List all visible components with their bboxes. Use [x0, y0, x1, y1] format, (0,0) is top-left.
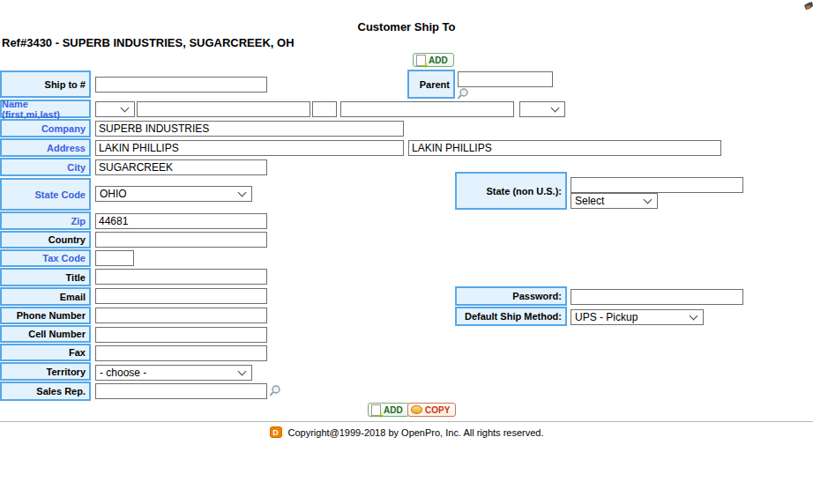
label-sales-rep: Sales Rep.	[0, 382, 91, 401]
address2-input[interactable]	[408, 140, 721, 156]
add-button-top[interactable]: ADD	[413, 53, 454, 67]
name-first-input[interactable]	[137, 101, 310, 117]
country-input[interactable]	[95, 232, 267, 248]
default-ship-method-value: UPS - Pickup	[575, 311, 638, 323]
chevron-down-icon	[238, 367, 247, 376]
phone-number-input[interactable]	[95, 308, 267, 323]
zip-input[interactable]	[95, 213, 267, 229]
email-input[interactable]	[95, 288, 267, 304]
title-input[interactable]	[95, 269, 267, 285]
label-zip: Zip	[0, 211, 91, 230]
territory-select[interactable]: - choose -	[95, 365, 252, 381]
ref-line: Ref#3430 - SUPERB INDUSTRIES, SUGARCREEK…	[2, 36, 295, 49]
fax-input[interactable]	[95, 345, 267, 361]
name-mi-input[interactable]	[312, 101, 337, 117]
label-country: Country	[0, 231, 91, 248]
sales-rep-input[interactable]	[95, 383, 267, 399]
label-cell-number: Cell Number	[0, 325, 91, 343]
coin-icon	[411, 405, 422, 414]
company-input[interactable]	[95, 121, 404, 137]
label-company: Company	[0, 119, 91, 137]
label-parent: Parent	[407, 70, 455, 99]
copy-button-label: COPY	[425, 405, 450, 415]
address-input[interactable]	[95, 140, 404, 156]
parent-search-icon[interactable]	[457, 87, 469, 100]
openpro-logo-icon: D	[270, 426, 282, 438]
chevron-down-icon	[644, 196, 653, 204]
label-city: City	[0, 158, 91, 176]
state-non-us-select-value: Select	[575, 195, 604, 207]
label-name: Name (first,mi,last)	[0, 100, 91, 118]
add-button-label: ADD	[384, 405, 403, 415]
sales-rep-search-icon[interactable]	[269, 384, 281, 397]
chevron-down-icon	[551, 104, 560, 113]
chevron-down-icon	[690, 312, 698, 321]
name-suffix-select[interactable]	[519, 101, 565, 117]
add-button-label: ADD	[429, 56, 448, 65]
state-non-us-select[interactable]: Select	[571, 193, 658, 209]
cell-number-input[interactable]	[95, 327, 267, 343]
city-input[interactable]	[95, 159, 267, 175]
state-code-select[interactable]: OHIO	[95, 186, 252, 202]
default-ship-method-select[interactable]: UPS - Pickup	[571, 309, 704, 325]
parent-input[interactable]	[458, 71, 553, 87]
label-address: Address	[0, 138, 91, 157]
page-plus-icon	[371, 404, 381, 416]
chevron-down-icon	[121, 104, 130, 113]
ship-to-input[interactable]	[95, 77, 267, 93]
page-plus-icon	[416, 55, 426, 66]
label-state-non-us: State (non U.S.):	[455, 172, 567, 210]
label-fax: Fax	[0, 344, 91, 361]
label-territory: Territory	[0, 362, 91, 381]
window-corner-icon	[803, 2, 813, 12]
name-prefix-select[interactable]	[95, 101, 135, 117]
footer-divider	[0, 421, 813, 422]
copy-button[interactable]: COPY	[407, 403, 456, 417]
label-password: Password:	[455, 286, 567, 306]
name-last-input[interactable]	[340, 101, 514, 117]
label-state-code: State Code	[0, 178, 91, 211]
password-input[interactable]	[571, 289, 743, 305]
state-non-us-input[interactable]	[571, 177, 743, 193]
add-button-bottom[interactable]: ADD	[368, 403, 409, 417]
label-title: Title	[0, 268, 91, 286]
label-ship-to: Ship to #	[0, 70, 91, 98]
territory-value: - choose -	[100, 367, 146, 379]
state-code-value: OHIO	[100, 188, 127, 200]
tax-code-input[interactable]	[95, 250, 134, 266]
label-tax-code: Tax Code	[0, 249, 91, 267]
chevron-down-icon	[238, 189, 247, 197]
footer: D Copyright@1999-2018 by OpenPro, Inc. A…	[0, 426, 813, 438]
label-default-ship-method: Default Ship Method:	[455, 307, 567, 326]
copyright-text: Copyright@1999-2018 by OpenPro, Inc. All…	[288, 427, 544, 438]
label-phone-number: Phone Number	[0, 307, 91, 324]
label-email: Email	[0, 287, 91, 306]
page-title: Customer Ship To	[0, 20, 813, 33]
